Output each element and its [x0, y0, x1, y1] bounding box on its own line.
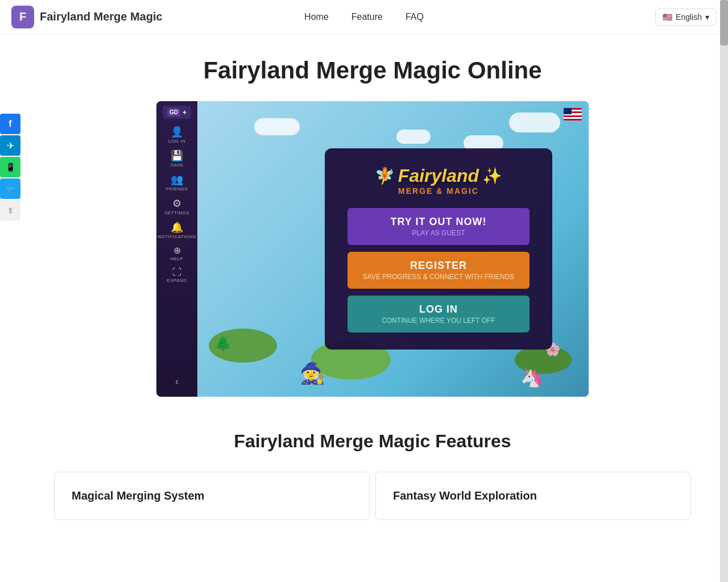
game-sidebar-notifications[interactable]: 🔔 NOTIFICATIONS — [156, 219, 197, 242]
game-overlay-popup: 🧚 Fairyland ✨ MERGE & MAGIC TRY IT OUT N… — [325, 148, 552, 350]
social-share-button[interactable]: ⇧ — [0, 200, 20, 221]
game-logo-wrapper: 🧚 Fairyland ✨ — [375, 165, 502, 186]
social-sidebar: f ✈ 📱 🐦 ⇧ — [0, 114, 20, 221]
character-1: 🧙 — [300, 361, 325, 385]
game-sidebar-friends[interactable]: 👥 FRIENDS — [156, 171, 197, 194]
game-sidebar: GD + 👤 LOG IN 💾 SAVE 👥 FRIENDS ⚙ SETTING… — [156, 101, 197, 397]
social-telegram-button[interactable]: ✈ — [0, 135, 20, 156]
login-sub-label: CONTINUE WHERE YOU LEFT OFF — [382, 317, 495, 325]
game-logo-text: Fairyland — [398, 165, 479, 186]
tree-icon-1: 🌲 — [214, 335, 231, 351]
play-as-guest-label: PLAY AS GUEST — [412, 229, 465, 237]
feature-fantasy-world-title: Fantasy World Exploration — [393, 489, 673, 502]
features-title: Fairyland Merge Magic Features — [51, 431, 694, 452]
sparkle-icon: ✨ — [482, 167, 502, 185]
chevron-down-icon: ▾ — [705, 13, 709, 22]
page-title: Fairyland Merge Magic Online — [28, 57, 717, 84]
scrollbar-thumb[interactable] — [720, 0, 728, 45]
save-icon: 💾 — [171, 149, 183, 162]
language-label: English — [676, 13, 702, 22]
gd-plus-badge: GD + — [163, 106, 191, 119]
save-label: SAVE — [171, 163, 184, 168]
features-grid: Magical Merging System Fantasy World Exp… — [51, 469, 694, 523]
features-section: Fairyland Merge Magic Features Magical M… — [28, 431, 717, 523]
main-nav: Home Feature FAQ — [304, 12, 424, 22]
login-button[interactable]: LOG IN CONTINUE WHERE YOU LEFT OFF — [348, 296, 530, 332]
nav-home[interactable]: Home — [304, 12, 329, 22]
try-now-button[interactable]: TRY IT OUT NOW! PLAY AS GUEST — [348, 208, 530, 245]
expand-icon: ⛶ — [172, 267, 181, 277]
login-icon: 👤 — [171, 126, 183, 138]
character-2: 🦄 — [520, 367, 543, 388]
game-logo: 🧚 Fairyland ✨ MERGE & MAGIC — [375, 165, 502, 196]
friends-icon: 👥 — [171, 173, 183, 186]
game-sidebar-login[interactable]: 👤 LOG IN — [156, 123, 197, 146]
expand-label: EXPAND — [167, 278, 187, 283]
game-logo-sub: MERGE & MAGIC — [398, 186, 479, 196]
game-main-area: 🌲 🌸 ✨ 🧙 🦄 — [197, 101, 589, 397]
feature-card-magical-merging: Magical Merging System — [54, 472, 370, 520]
cloud-2 — [396, 130, 431, 144]
feature-magical-merging-title: Magical Merging System — [72, 489, 352, 502]
register-sub-label: SAVE PROGRESS & CONNECT WITH FRIENDS — [363, 273, 514, 281]
site-title: Fairyland Merge Magic — [40, 10, 163, 23]
social-facebook-button[interactable]: f — [0, 114, 20, 134]
logo-icon: F — [11, 6, 34, 28]
language-flag: 🇺🇸 — [663, 13, 672, 22]
scrollbar[interactable] — [720, 0, 728, 582]
gd-icon: GD — [167, 108, 180, 117]
notifications-icon: 🔔 — [171, 221, 183, 234]
register-label: REGISTER — [410, 260, 467, 272]
notifications-label: NOTIFICATIONS — [158, 234, 196, 239]
try-now-label: TRY IT OUT NOW! — [391, 216, 487, 228]
nav-faq[interactable]: FAQ — [406, 12, 424, 22]
game-sidebar-settings[interactable]: ⚙ SETTINGS — [156, 195, 197, 218]
settings-label: SETTINGS — [164, 210, 189, 215]
settings-icon: ⚙ — [172, 197, 181, 210]
login-label: LOG IN — [419, 304, 458, 315]
register-button[interactable]: REGISTER SAVE PROGRESS & CONNECT WITH FR… — [348, 252, 530, 289]
cloud-3 — [509, 113, 560, 132]
friends-label: FRIENDS — [166, 186, 188, 192]
language-selector[interactable]: 🇺🇸 English ▾ — [655, 9, 717, 26]
social-twitter-button[interactable]: 🐦 — [0, 178, 20, 199]
nav-feature[interactable]: Feature — [351, 12, 383, 22]
game-container: GD + 👤 LOG IN 💾 SAVE 👥 FRIENDS ⚙ SETTING… — [156, 101, 589, 397]
login-label: LOG IN — [168, 139, 185, 144]
cloud-1 — [254, 118, 300, 135]
fairy-icon: 🧚 — [375, 167, 395, 185]
help-label: HELP — [171, 256, 184, 261]
main-content: Fairyland Merge Magic Online GD + 👤 LOG … — [0, 34, 728, 546]
header: F Fairyland Merge Magic Home Feature FAQ… — [0, 0, 728, 34]
game-sidebar-help[interactable]: ⊕ HELP — [156, 243, 197, 264]
social-whatsapp-button[interactable]: 📱 — [0, 157, 20, 177]
us-flag[interactable] — [564, 108, 582, 120]
game-sidebar-expand[interactable]: ⛶ EXPAND — [156, 265, 197, 285]
help-icon: ⊕ — [173, 245, 181, 256]
logo-area[interactable]: F Fairyland Merge Magic — [11, 6, 163, 28]
feature-card-fantasy-world: Fantasy World Exploration — [375, 472, 691, 520]
game-sidebar-save[interactable]: 💾 SAVE — [156, 147, 197, 170]
sidebar-collapse-icon[interactable]: ‹ — [175, 376, 179, 392]
